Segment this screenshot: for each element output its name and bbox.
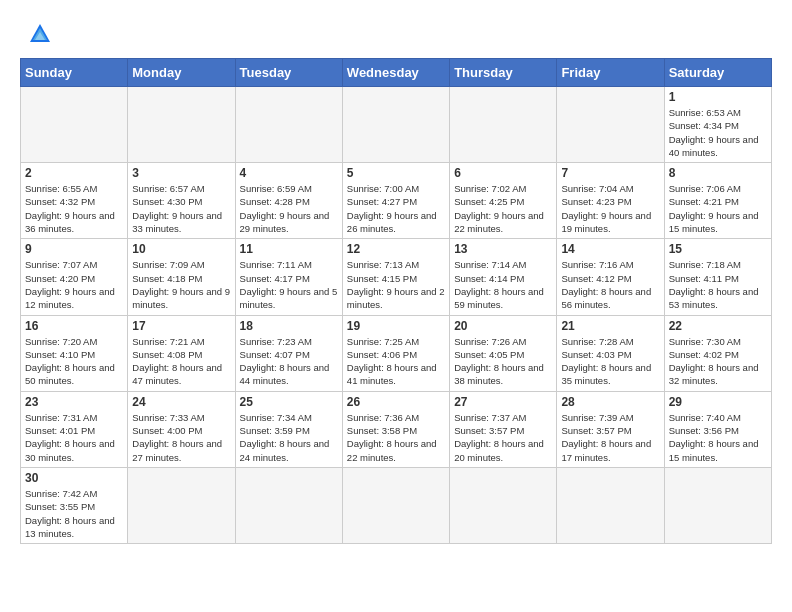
calendar-week-row: 1Sunrise: 6:53 AM Sunset: 4:34 PM Daylig… — [21, 87, 772, 163]
calendar-cell: 10Sunrise: 7:09 AM Sunset: 4:18 PM Dayli… — [128, 239, 235, 315]
day-number: 10 — [132, 242, 230, 256]
day-number: 3 — [132, 166, 230, 180]
day-header-monday: Monday — [128, 59, 235, 87]
calendar-cell: 19Sunrise: 7:25 AM Sunset: 4:06 PM Dayli… — [342, 315, 449, 391]
day-number: 21 — [561, 319, 659, 333]
calendar-cell — [128, 467, 235, 543]
day-info: Sunrise: 7:00 AM Sunset: 4:27 PM Dayligh… — [347, 182, 445, 235]
day-info: Sunrise: 7:23 AM Sunset: 4:07 PM Dayligh… — [240, 335, 338, 388]
day-info: Sunrise: 6:59 AM Sunset: 4:28 PM Dayligh… — [240, 182, 338, 235]
calendar-week-row: 30Sunrise: 7:42 AM Sunset: 3:55 PM Dayli… — [21, 467, 772, 543]
day-header-tuesday: Tuesday — [235, 59, 342, 87]
day-number: 9 — [25, 242, 123, 256]
day-number: 22 — [669, 319, 767, 333]
day-header-friday: Friday — [557, 59, 664, 87]
day-info: Sunrise: 7:26 AM Sunset: 4:05 PM Dayligh… — [454, 335, 552, 388]
calendar-cell — [235, 87, 342, 163]
calendar-week-row: 16Sunrise: 7:20 AM Sunset: 4:10 PM Dayli… — [21, 315, 772, 391]
calendar-cell — [128, 87, 235, 163]
day-number: 8 — [669, 166, 767, 180]
day-info: Sunrise: 6:55 AM Sunset: 4:32 PM Dayligh… — [25, 182, 123, 235]
day-number: 28 — [561, 395, 659, 409]
calendar-cell: 14Sunrise: 7:16 AM Sunset: 4:12 PM Dayli… — [557, 239, 664, 315]
day-info: Sunrise: 7:25 AM Sunset: 4:06 PM Dayligh… — [347, 335, 445, 388]
day-info: Sunrise: 7:39 AM Sunset: 3:57 PM Dayligh… — [561, 411, 659, 464]
day-number: 29 — [669, 395, 767, 409]
day-number: 30 — [25, 471, 123, 485]
header — [20, 20, 772, 48]
calendar-cell: 18Sunrise: 7:23 AM Sunset: 4:07 PM Dayli… — [235, 315, 342, 391]
day-number: 16 — [25, 319, 123, 333]
day-number: 14 — [561, 242, 659, 256]
day-info: Sunrise: 7:09 AM Sunset: 4:18 PM Dayligh… — [132, 258, 230, 311]
day-number: 6 — [454, 166, 552, 180]
day-info: Sunrise: 7:33 AM Sunset: 4:00 PM Dayligh… — [132, 411, 230, 464]
day-number: 20 — [454, 319, 552, 333]
day-number: 4 — [240, 166, 338, 180]
calendar-cell: 11Sunrise: 7:11 AM Sunset: 4:17 PM Dayli… — [235, 239, 342, 315]
calendar-week-row: 23Sunrise: 7:31 AM Sunset: 4:01 PM Dayli… — [21, 391, 772, 467]
day-number: 7 — [561, 166, 659, 180]
calendar-cell: 12Sunrise: 7:13 AM Sunset: 4:15 PM Dayli… — [342, 239, 449, 315]
day-info: Sunrise: 7:20 AM Sunset: 4:10 PM Dayligh… — [25, 335, 123, 388]
day-info: Sunrise: 7:34 AM Sunset: 3:59 PM Dayligh… — [240, 411, 338, 464]
day-number: 18 — [240, 319, 338, 333]
calendar-cell — [450, 87, 557, 163]
calendar-cell: 26Sunrise: 7:36 AM Sunset: 3:58 PM Dayli… — [342, 391, 449, 467]
day-info: Sunrise: 7:07 AM Sunset: 4:20 PM Dayligh… — [25, 258, 123, 311]
day-info: Sunrise: 6:53 AM Sunset: 4:34 PM Dayligh… — [669, 106, 767, 159]
day-info: Sunrise: 7:16 AM Sunset: 4:12 PM Dayligh… — [561, 258, 659, 311]
calendar-week-row: 9Sunrise: 7:07 AM Sunset: 4:20 PM Daylig… — [21, 239, 772, 315]
calendar-cell: 8Sunrise: 7:06 AM Sunset: 4:21 PM Daylig… — [664, 163, 771, 239]
day-info: Sunrise: 7:04 AM Sunset: 4:23 PM Dayligh… — [561, 182, 659, 235]
day-header-wednesday: Wednesday — [342, 59, 449, 87]
calendar-header-row: SundayMondayTuesdayWednesdayThursdayFrid… — [21, 59, 772, 87]
day-info: Sunrise: 7:40 AM Sunset: 3:56 PM Dayligh… — [669, 411, 767, 464]
calendar-cell: 20Sunrise: 7:26 AM Sunset: 4:05 PM Dayli… — [450, 315, 557, 391]
calendar: SundayMondayTuesdayWednesdayThursdayFrid… — [20, 58, 772, 544]
calendar-cell: 9Sunrise: 7:07 AM Sunset: 4:20 PM Daylig… — [21, 239, 128, 315]
calendar-cell — [557, 467, 664, 543]
calendar-cell — [664, 467, 771, 543]
calendar-cell: 23Sunrise: 7:31 AM Sunset: 4:01 PM Dayli… — [21, 391, 128, 467]
calendar-cell: 3Sunrise: 6:57 AM Sunset: 4:30 PM Daylig… — [128, 163, 235, 239]
calendar-cell — [21, 87, 128, 163]
calendar-cell — [450, 467, 557, 543]
calendar-cell — [342, 87, 449, 163]
calendar-cell — [557, 87, 664, 163]
day-number: 27 — [454, 395, 552, 409]
day-info: Sunrise: 6:57 AM Sunset: 4:30 PM Dayligh… — [132, 182, 230, 235]
day-number: 12 — [347, 242, 445, 256]
day-number: 19 — [347, 319, 445, 333]
logo — [20, 20, 56, 48]
calendar-cell: 13Sunrise: 7:14 AM Sunset: 4:14 PM Dayli… — [450, 239, 557, 315]
day-info: Sunrise: 7:31 AM Sunset: 4:01 PM Dayligh… — [25, 411, 123, 464]
day-number: 2 — [25, 166, 123, 180]
calendar-cell: 21Sunrise: 7:28 AM Sunset: 4:03 PM Dayli… — [557, 315, 664, 391]
day-info: Sunrise: 7:02 AM Sunset: 4:25 PM Dayligh… — [454, 182, 552, 235]
logo-icon — [26, 20, 54, 48]
calendar-cell: 29Sunrise: 7:40 AM Sunset: 3:56 PM Dayli… — [664, 391, 771, 467]
day-info: Sunrise: 7:11 AM Sunset: 4:17 PM Dayligh… — [240, 258, 338, 311]
day-number: 1 — [669, 90, 767, 104]
calendar-cell: 27Sunrise: 7:37 AM Sunset: 3:57 PM Dayli… — [450, 391, 557, 467]
calendar-cell — [342, 467, 449, 543]
calendar-cell — [235, 467, 342, 543]
calendar-cell: 2Sunrise: 6:55 AM Sunset: 4:32 PM Daylig… — [21, 163, 128, 239]
day-info: Sunrise: 7:36 AM Sunset: 3:58 PM Dayligh… — [347, 411, 445, 464]
day-number: 25 — [240, 395, 338, 409]
day-header-saturday: Saturday — [664, 59, 771, 87]
day-number: 13 — [454, 242, 552, 256]
calendar-cell: 25Sunrise: 7:34 AM Sunset: 3:59 PM Dayli… — [235, 391, 342, 467]
calendar-cell: 17Sunrise: 7:21 AM Sunset: 4:08 PM Dayli… — [128, 315, 235, 391]
calendar-cell: 5Sunrise: 7:00 AM Sunset: 4:27 PM Daylig… — [342, 163, 449, 239]
day-info: Sunrise: 7:37 AM Sunset: 3:57 PM Dayligh… — [454, 411, 552, 464]
logo-area — [20, 20, 56, 48]
calendar-cell: 28Sunrise: 7:39 AM Sunset: 3:57 PM Dayli… — [557, 391, 664, 467]
calendar-cell: 24Sunrise: 7:33 AM Sunset: 4:00 PM Dayli… — [128, 391, 235, 467]
calendar-cell: 16Sunrise: 7:20 AM Sunset: 4:10 PM Dayli… — [21, 315, 128, 391]
calendar-week-row: 2Sunrise: 6:55 AM Sunset: 4:32 PM Daylig… — [21, 163, 772, 239]
day-number: 24 — [132, 395, 230, 409]
day-info: Sunrise: 7:30 AM Sunset: 4:02 PM Dayligh… — [669, 335, 767, 388]
day-number: 15 — [669, 242, 767, 256]
